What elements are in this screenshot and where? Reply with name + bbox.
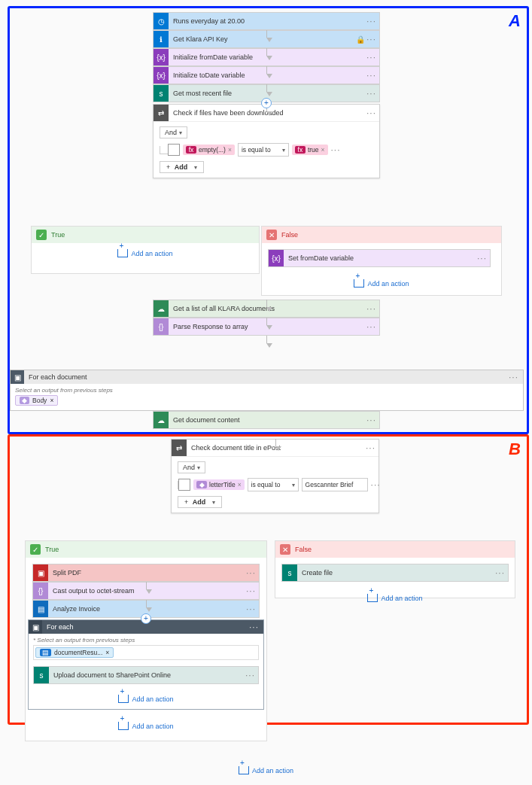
more-icon[interactable]: ··· [249,622,263,632]
more-icon[interactable]: ··· [495,567,505,578]
inner-hint: * Select an output from previous steps [29,634,263,644]
remove-icon[interactable]: × [238,481,242,488]
token-icon: ◆ [20,397,29,404]
trigger-step[interactable]: ◷ Runs everyday at 20.00 ··· [153,12,380,30]
insert-icon [354,279,364,288]
more-icon[interactable]: ··· [366,108,376,118]
region-a-label: A [509,11,521,31]
insert-icon [239,766,249,774]
get-doc-content-step[interactable]: ☁ Get document content ··· [153,411,380,429]
more-icon[interactable]: ··· [371,479,381,490]
create-file-step[interactable]: s Create file ··· [281,564,509,582]
set-from-step[interactable]: {x} Set fromDate variable ··· [268,249,491,267]
pdf-icon: ▣ [33,564,48,581]
remove-icon[interactable]: × [228,146,232,154]
condition-icon: ⇄ [172,440,187,456]
get-key-title: Get Klara API Key [169,35,356,43]
logic-and-select[interactable]: And ▾ [160,126,187,138]
insert-step-button[interactable]: + [261,98,272,108]
operator-text: is equal to [242,146,271,154]
more-icon[interactable]: ··· [366,303,376,314]
logic-and-select[interactable]: And ▾ [178,461,205,473]
operator-select[interactable]: is equal to ▾ [248,478,299,491]
split-pdf-step[interactable]: ▣ Split PDF ··· [32,564,260,582]
add-action-inner[interactable]: Add an action [29,689,263,709]
sharepoint-icon: s [154,85,169,102]
foreach-inner[interactable]: ▣ For each ··· * Select an output from p… [28,619,264,710]
chevron-down-icon: ▾ [212,499,215,506]
more-icon[interactable]: ··· [246,604,256,614]
expr-empty-text: empty(...) [199,146,226,154]
condition-icon: ⇄ [154,105,169,121]
token-documentresult[interactable]: ▤ documentResu... × [35,647,114,658]
add-action-true1[interactable]: Add an action [32,243,259,263]
more-icon[interactable]: ··· [366,415,376,425]
select-output-hint: Select an output from previous steps [11,384,523,394]
set-from-title: Set fromDate variable [284,254,477,262]
ai-icon: ▤ [33,601,48,617]
check-icon: ✓ [30,544,41,555]
add-action-false2[interactable]: Add an action [275,588,515,608]
chevron-down-icon: ▾ [197,464,200,471]
trigger-title: Runs everyday at 20.00 [169,17,366,25]
chevron-down-icon: ▾ [282,147,285,154]
variable-icon: {x} [154,67,169,84]
check-icon: ✓ [36,230,47,240]
condition-row-checkbox[interactable] [178,479,190,491]
more-icon[interactable]: ··· [331,145,341,155]
token-lettertitle[interactable]: ◆ letterTitle × [193,479,245,490]
add-action-true2[interactable]: Add an action [26,716,266,736]
lock-icon: 🔒 [356,35,365,44]
region-b-label: B [509,440,521,459]
http-icon: ☁ [154,300,169,317]
add-condition-button[interactable]: + Add ▾ [160,161,204,173]
remove-icon[interactable]: × [50,397,53,404]
remove-icon[interactable]: × [321,146,325,154]
more-icon[interactable]: ··· [246,586,256,596]
token-body[interactable]: ◆ Body × [15,395,58,406]
branch-false-label: False [281,231,298,239]
add-condition-button[interactable]: + Add ▾ [178,496,222,508]
more-icon[interactable]: ··· [366,321,376,332]
insert-icon [118,722,129,730]
more-icon[interactable]: ··· [477,253,487,263]
branch-false-1: ✕ False {x} Set fromDate variable ··· Ad… [261,226,502,296]
variable-icon: {x} [154,49,169,65]
compose-icon: {} [33,583,48,599]
remove-icon[interactable]: × [105,649,109,656]
more-icon[interactable]: ··· [366,88,376,99]
loop-icon: ▣ [11,370,24,384]
branch-true-label: True [51,231,65,239]
more-icon[interactable]: ··· [509,372,523,382]
more-icon[interactable]: ··· [366,52,376,62]
value-input[interactable]: Gescannter Brief [302,478,368,491]
more-icon[interactable]: ··· [366,34,376,44]
token-icon: ◆ [196,481,207,488]
foreach-document[interactable]: ▣ For each document ··· Select an output… [10,370,524,411]
operator-select[interactable]: is equal to ▾ [238,143,289,157]
info-icon: ℹ [154,31,169,47]
upload-step[interactable]: s Upload document to SharePoint Online ·… [33,666,259,684]
condition-row-checkbox[interactable] [168,144,180,156]
sharepoint-icon: s [282,564,297,581]
branch-true-1: ✓ True Add an action [31,226,260,274]
more-icon[interactable]: ··· [366,70,376,81]
add-action-false1[interactable]: Add an action [262,273,501,294]
more-icon[interactable]: ··· [366,16,376,26]
more-icon[interactable]: ··· [366,443,375,453]
expr-true-text: true [308,146,319,154]
clock-icon: ◷ [154,13,169,29]
add-action-bottom[interactable]: Add an action [0,760,532,780]
expr-true[interactable]: fx true × [292,145,328,155]
branch-false-2: ✕ False s Create file ··· Add an action [275,540,515,598]
insert-step-button[interactable]: + [141,613,151,624]
variable-icon: {x} [269,250,284,266]
parse-icon: {} [154,318,169,335]
get-doc-content-title: Get document content [169,416,366,424]
more-icon[interactable]: ··· [245,670,255,680]
expr-empty[interactable]: fx empty(...) × [183,145,235,155]
sharepoint-icon: s [34,667,49,683]
fx-icon: fx [295,146,306,154]
more-icon[interactable]: ··· [246,567,256,578]
close-icon: ✕ [266,230,277,240]
